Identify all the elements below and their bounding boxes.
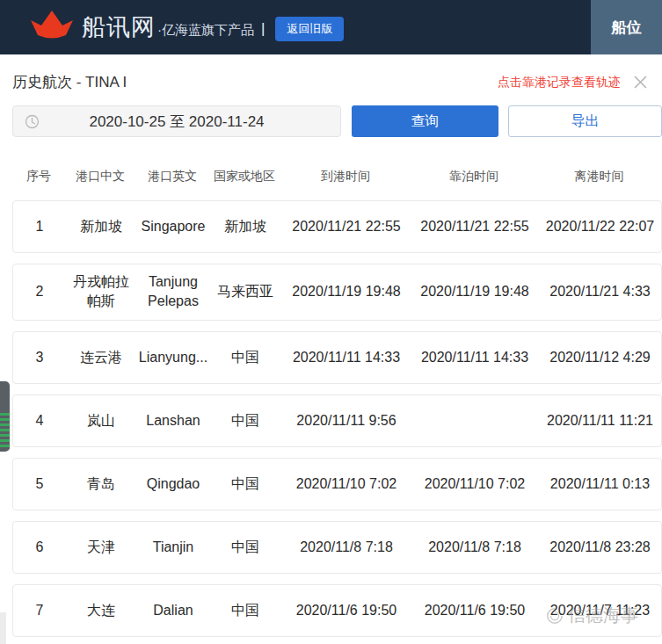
cell-arrival-time: 2020/11/19 19:48	[290, 274, 402, 309]
cell-port-en: Qingdao	[145, 467, 202, 502]
date-range-input[interactable]: 2020-10-25 至 2020-11-24	[12, 105, 341, 137]
cell-seq: 5	[34, 467, 46, 502]
cell-port-cn: 天津	[85, 530, 117, 565]
close-icon[interactable]	[633, 75, 648, 90]
cell-departure-time: 2020/11/22 22:07	[544, 209, 656, 244]
cell-seq: 3	[34, 340, 46, 375]
cell-country: 中国	[229, 340, 261, 375]
brand-suffix: ·亿海蓝旗下产品	[157, 22, 254, 39]
cell-berth-time: 2020/11/10 7:02	[423, 467, 527, 502]
back-to-old-version-button[interactable]: 返回旧版	[275, 17, 344, 41]
cell-port-en: Singapore	[140, 209, 207, 244]
cell-seq: 6	[34, 530, 46, 565]
query-button[interactable]: 查询	[352, 105, 498, 137]
query-controls: 2020-10-25 至 2020-11-24 查询 导出	[12, 105, 662, 137]
cell-arrival-time: 2020/11/10 7:02	[295, 467, 398, 502]
cell-seq: 2	[34, 274, 46, 309]
table-row[interactable]: 4岚山Lanshan中国2020/11/11 9:562020/11/11 11…	[12, 394, 662, 447]
header-port-en: 港口英文	[148, 169, 197, 185]
cell-berth-time: 2020/11/19 19:48	[418, 274, 530, 309]
cell-port-cn: 大连	[85, 593, 117, 628]
cell-arrival-time: 2020/11/21 22:55	[290, 209, 402, 244]
cell-arrival-time: 2020/11/11 14:33	[291, 340, 402, 375]
panel-header: 历史航次 - TINA I 点击靠港记录查看轨迹	[12, 72, 650, 92]
date-range-value: 2020-10-25 至 2020-11-24	[89, 112, 264, 132]
cell-port-cn: 岚山	[85, 403, 117, 438]
cell-seq: 1	[34, 209, 46, 244]
header-departure-time: 离港时间	[575, 169, 624, 185]
cell-port-en: Tanjung Pelepas	[136, 264, 210, 320]
cell-berth-time	[473, 413, 476, 429]
page-edge-strip	[0, 612, 6, 644]
table-rows: 1新加坡Singapore新加坡2020/11/21 22:552020/11/…	[12, 200, 662, 637]
brand-title: 船讯网	[82, 11, 156, 43]
cell-country: 中国	[229, 593, 261, 628]
header-port-cn: 港口中文	[76, 169, 125, 185]
cell-arrival-time: 2020/11/8 7:18	[298, 530, 395, 565]
cell-berth-time: 2020/11/6 19:50	[423, 593, 527, 628]
cell-country: 新加坡	[222, 209, 268, 244]
cell-seq: 7	[34, 593, 46, 628]
cell-departure-time: 2020/11/11 0:13	[549, 467, 651, 502]
cell-country: 中国	[229, 530, 261, 565]
cell-country: 马来西亚	[215, 274, 275, 309]
header-country: 国家或地区	[214, 169, 275, 185]
cell-port-en: Lanshan	[144, 403, 201, 438]
table-row[interactable]: 6天津Tianjin中国2020/11/8 7:182020/11/8 7:18…	[12, 521, 662, 574]
cell-berth-time: 2020/11/11 14:33	[419, 340, 530, 375]
green-stripes-decoration	[0, 413, 10, 450]
cell-port-cn: 青岛	[85, 467, 117, 502]
brand-divider: |	[261, 20, 265, 38]
top-navbar: 船讯网 ·亿海蓝旗下产品 | 返回旧版 船位	[0, 0, 662, 54]
cell-arrival-time: 2020/11/11 9:56	[295, 403, 397, 438]
table-row[interactable]: 3连云港Lianyung...中国2020/11/11 14:332020/11…	[12, 331, 662, 384]
cell-port-cn: 新加坡	[78, 209, 124, 244]
cell-departure-time: 2020/11/7 11:23	[549, 593, 651, 628]
cell-berth-time: 2020/11/21 22:55	[418, 209, 530, 244]
header-berth-time: 靠泊时间	[449, 169, 498, 185]
page-title: 历史航次 - TINA I	[12, 72, 127, 92]
cell-arrival-time: 2020/11/6 19:50	[295, 593, 398, 628]
view-track-hint[interactable]: 点击靠港记录查看轨迹	[498, 75, 621, 90]
clock-icon	[25, 114, 40, 129]
shipxy-boat-logo-icon	[29, 8, 75, 47]
table-row[interactable]: 7大连Dalian中国2020/11/6 19:502020/11/6 19:5…	[12, 584, 662, 637]
cell-seq: 4	[34, 403, 46, 438]
cell-departure-time: 2020/11/21 4:33	[548, 274, 651, 309]
cell-port-en: Dalian	[151, 593, 194, 628]
cell-departure-time: 2020/11/8 23:28	[548, 530, 651, 565]
table-row[interactable]: 1新加坡Singapore新加坡2020/11/21 22:552020/11/…	[12, 200, 662, 253]
cell-departure-time: 2020/11/12 4:29	[548, 340, 651, 375]
cell-port-en: Tianjin	[151, 530, 196, 565]
cell-country: 中国	[229, 467, 261, 502]
cell-port-en: Lianyung...	[137, 340, 209, 375]
table-row[interactable]: 5青岛Qingdao中国2020/11/10 7:022020/11/10 7:…	[12, 458, 662, 510]
table-header-row: 序号 港口中文 港口英文 国家或地区 到港时间 靠泊时间 离港时间	[12, 169, 662, 185]
header-seq: 序号	[26, 169, 51, 185]
cell-berth-time: 2020/11/8 7:18	[426, 530, 523, 565]
side-float-widget[interactable]	[0, 381, 10, 452]
table-row[interactable]: 2丹戎帕拉帕斯Tanjung Pelepas马来西亚2020/11/19 19:…	[12, 264, 662, 321]
cell-country: 中国	[229, 403, 261, 438]
header-arrival-time: 到港时间	[321, 169, 370, 185]
ship-position-tab[interactable]: 船位	[591, 0, 662, 54]
export-button[interactable]: 导出	[508, 105, 662, 137]
cell-port-cn: 丹戎帕拉帕斯	[66, 264, 136, 320]
cell-departure-time: 2020/11/11 11:21	[545, 403, 655, 438]
cell-port-cn: 连云港	[78, 340, 124, 375]
